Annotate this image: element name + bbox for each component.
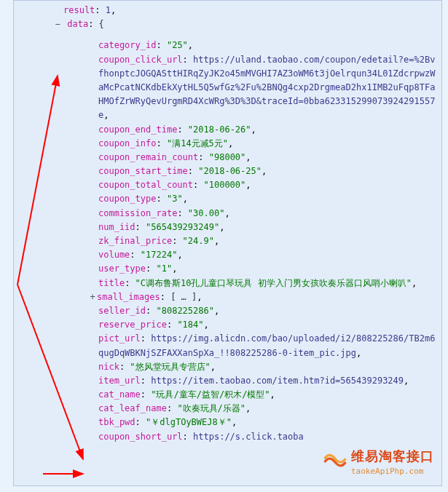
watermark-text-en: taokeApiPhp.com bbox=[351, 465, 434, 478]
row-commission-rate: commission_rate: "30.00", bbox=[20, 207, 436, 221]
watermark-text-cn: 维易淘客接口 bbox=[351, 446, 434, 467]
row-category-id: category_id: "25", bbox=[20, 39, 436, 52]
row-coupon-start-time: coupon_start_time: "2018-06-25", bbox=[20, 164, 436, 178]
row-small-images[interactable]: +small_images: [ … ], bbox=[20, 290, 436, 304]
row-user-type: user_type: "1", bbox=[20, 262, 436, 276]
row-zk-final-price: zk_final_price: "24.9", bbox=[20, 234, 436, 248]
row-coupon-type: coupon_type: "3", bbox=[20, 192, 436, 206]
json-viewer-panel: result: 1, − data: { category_id: "25", … bbox=[13, 0, 442, 486]
row-seller-id: seller_id: "808225286", bbox=[20, 304, 436, 318]
key-result: result bbox=[63, 5, 95, 15]
row-coupon-click-url: coupon_click_url: https://uland.taobao.c… bbox=[20, 53, 436, 123]
row-volume: volume: "17224", bbox=[20, 248, 436, 262]
val-result: 1 bbox=[106, 5, 111, 15]
expand-toggle-small-images[interactable]: + bbox=[88, 290, 97, 304]
row-reserve-price: reserve_price: "184", bbox=[20, 318, 436, 332]
row-pict-url: pict_url: https://img.alicdn.com/bao/upl… bbox=[20, 332, 436, 360]
watermark: 维易淘客接口 taokeApiPhp.com bbox=[323, 446, 434, 478]
row-nick: nick: "悠风堂玩具专营店", bbox=[20, 360, 436, 374]
key-data: data bbox=[67, 19, 88, 29]
row-cat-leaf-name: cat_leaf_name: "吹奏玩具/乐器", bbox=[20, 402, 436, 416]
watermark-logo-icon bbox=[323, 451, 347, 474]
row-tbk-pwd: tbk_pwd: "￥dlgTOyBWEJ8￥", bbox=[20, 416, 436, 429]
json-data-line[interactable]: − data: { bbox=[20, 17, 436, 31]
json-result-line: result: 1, bbox=[20, 4, 436, 17]
row-title: title: "C调布鲁斯10孔儿童口琴玩具 初学入门男女孩吹奏乐器口风哨小喇叭… bbox=[20, 277, 436, 290]
row-coupon-info: coupon_info: "满14元减5元", bbox=[20, 137, 436, 151]
val-coupon-short-url[interactable]: https://s.click.taoba bbox=[193, 432, 304, 442]
row-coupon-end-time: coupon_end_time: "2018-06-26", bbox=[20, 123, 436, 137]
row-coupon-total-count: coupon_total_count: "100000", bbox=[20, 178, 436, 192]
row-num-iid: num_iid: "565439293249", bbox=[20, 221, 436, 234]
row-coupon-remain-count: coupon_remain_count: "98000", bbox=[20, 151, 436, 164]
collapse-toggle-data[interactable]: − bbox=[53, 17, 62, 31]
row-cat-name: cat_name: "玩具/童车/益智/积木/模型", bbox=[20, 388, 436, 402]
row-item-url: item_url: https://item.taobao.com/item.h… bbox=[20, 374, 436, 388]
val-item-url[interactable]: https://item.taobao.com/item.htm?id=5654… bbox=[151, 376, 404, 386]
row-coupon-short-url: coupon_short_url: https://s.click.taoba bbox=[20, 430, 436, 444]
